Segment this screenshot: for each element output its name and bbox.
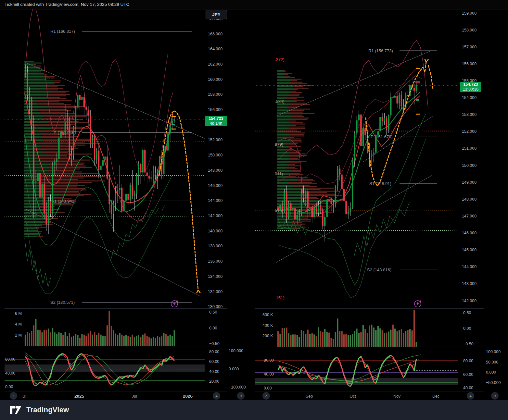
spark-icon[interactable] bbox=[171, 300, 178, 307]
svg-text:Nov: Nov bbox=[393, 394, 401, 399]
range-b-button-right[interactable]: B bbox=[491, 392, 499, 400]
watermark: Tickmill created with TradingView.com, N… bbox=[0, 0, 508, 9]
svg-text:156.000: 156.000 bbox=[208, 107, 222, 112]
projection-arrow bbox=[159, 111, 200, 293]
volume-pane: 6 M4 M2 M0.500.00−0.50 bbox=[15, 310, 220, 346]
last-price-badge-right: 154.723 13:30:36 bbox=[460, 82, 481, 92]
svg-text:149.000: 149.000 bbox=[462, 180, 476, 185]
svg-text:138.000: 138.000 bbox=[208, 244, 222, 248]
range-a-button-right[interactable]: A bbox=[467, 392, 474, 400]
svg-text:164.000: 164.000 bbox=[208, 47, 222, 51]
time-axis[interactable]: SepOctNovDec bbox=[306, 394, 439, 399]
svg-text:S2 (130.571): S2 (130.571) bbox=[50, 300, 75, 305]
time-axis[interactable]: ul2025Jul2026 bbox=[22, 394, 193, 399]
svg-text:144.000: 144.000 bbox=[462, 265, 476, 269]
bar-countdown: 13:30:36 bbox=[460, 87, 481, 92]
svg-text:R1 (156.773): R1 (156.773) bbox=[368, 48, 393, 53]
svg-text:2026: 2026 bbox=[183, 394, 193, 399]
svg-text:.151): .151) bbox=[275, 295, 285, 300]
svg-text:158.000: 158.000 bbox=[208, 92, 222, 97]
svg-text:S2 (143.816): S2 (143.816) bbox=[367, 267, 391, 272]
svg-text:600 K: 600 K bbox=[262, 313, 273, 317]
price-pane-left-weekly[interactable]: R1 (166.317)P (152.946)S1 (143.942)S2 (1… bbox=[5, 6, 246, 399]
svg-text:145.000: 145.000 bbox=[462, 248, 476, 252]
indicator-mark bbox=[416, 99, 419, 101]
svg-text:879): 879) bbox=[275, 142, 283, 147]
last-price-value: 154.723 bbox=[205, 116, 227, 121]
svg-text:40.00: 40.00 bbox=[463, 386, 473, 390]
footer: TradingView bbox=[0, 400, 508, 420]
svg-text:0.50: 0.50 bbox=[209, 310, 217, 315]
svg-text:Oct: Oct bbox=[349, 394, 356, 399]
indicator-mark bbox=[416, 114, 420, 115]
svg-text:166.000: 166.000 bbox=[208, 32, 222, 36]
svg-text:132.000: 132.000 bbox=[208, 290, 222, 294]
svg-text:140.000: 140.000 bbox=[208, 229, 222, 233]
svg-text:130.000: 130.000 bbox=[208, 304, 222, 309]
svg-text:0.50: 0.50 bbox=[463, 311, 471, 315]
indicator-mark bbox=[415, 81, 420, 83]
svg-text:150.000: 150.000 bbox=[208, 153, 222, 157]
svg-text:40.00: 40.00 bbox=[5, 371, 15, 376]
svg-text:−0.50: −0.50 bbox=[209, 341, 220, 346]
indicator-mark bbox=[171, 129, 176, 130]
svg-text:ul: ul bbox=[22, 394, 26, 399]
svg-text:150.000: 150.000 bbox=[462, 163, 476, 168]
symbol-tab-jpy[interactable]: JPY bbox=[206, 10, 227, 19]
oscillator-pane: 80.0040.000.0080.0060.0040.00100.00050.0… bbox=[255, 350, 501, 390]
svg-text:80.00: 80.00 bbox=[463, 359, 473, 363]
tradingview-logo bbox=[9, 404, 22, 416]
svg-text:S1 (148.91): S1 (148.91) bbox=[369, 181, 391, 186]
range-b-button-left[interactable]: B bbox=[237, 392, 245, 400]
svg-text:147.000: 147.000 bbox=[462, 214, 476, 218]
zoom-button-left[interactable]: Z bbox=[10, 392, 17, 400]
svg-text:142.000: 142.000 bbox=[208, 214, 222, 218]
chart-canvas[interactable]: R1 (166.317)P (152.946)S1 (143.942)S2 (1… bbox=[0, 0, 508, 420]
price-axis[interactable]: 168.000166.000164.000162.000160.000158.0… bbox=[208, 17, 222, 309]
price-pane-right-daily[interactable]: R1 (156.773)P (151.679)S1 (148.91)S2 (14… bbox=[255, 11, 501, 399]
price-axis[interactable]: 159.000158.000157.000156.000155.000154.0… bbox=[462, 11, 476, 303]
svg-text:4 M: 4 M bbox=[15, 322, 22, 327]
svg-text:0.00: 0.00 bbox=[463, 326, 471, 331]
range-a-button-left[interactable]: A bbox=[213, 392, 220, 400]
indicator-mark bbox=[171, 116, 176, 117]
svg-text:151.000: 151.000 bbox=[462, 146, 476, 151]
svg-text:80.00: 80.00 bbox=[264, 358, 274, 363]
projection-arrow bbox=[366, 59, 433, 186]
volume-pane: 600 K400 K200 K0.500.00−0.50 bbox=[262, 310, 474, 347]
svg-text:152.000: 152.000 bbox=[462, 129, 476, 134]
plot-clip: R1 (166.317)P (152.946)S1 (143.942)S2 (1… bbox=[5, 6, 205, 305]
svg-text:134.000: 134.000 bbox=[208, 274, 222, 279]
svg-text:.272): .272) bbox=[275, 57, 285, 62]
svg-text:153.000: 153.000 bbox=[462, 112, 476, 117]
svg-text:146.000: 146.000 bbox=[208, 183, 222, 188]
svg-text:011): 011) bbox=[275, 171, 283, 176]
svg-text:2 M: 2 M bbox=[15, 333, 22, 338]
svg-text:146.000: 146.000 bbox=[462, 231, 476, 235]
last-price-value: 154.723 bbox=[460, 82, 481, 87]
svg-text:−0.50: −0.50 bbox=[463, 342, 474, 346]
svg-text:−50.000: −50.000 bbox=[486, 380, 501, 385]
svg-text:60.00: 60.00 bbox=[463, 372, 473, 377]
indicator-mark bbox=[416, 68, 420, 69]
zoom-button-right[interactable]: Z bbox=[262, 392, 270, 400]
bar-countdown: 4d 14h bbox=[205, 121, 227, 126]
svg-text:143.000: 143.000 bbox=[462, 281, 476, 286]
svg-text:162.000: 162.000 bbox=[208, 62, 222, 67]
spark-icon[interactable] bbox=[414, 300, 421, 307]
svg-text:400 K: 400 K bbox=[262, 323, 273, 328]
brand-wordmark: TradingView bbox=[26, 406, 69, 414]
svg-text:0.000: 0.000 bbox=[229, 367, 239, 371]
svg-text:50.000: 50.000 bbox=[486, 360, 498, 364]
svg-text:142.000: 142.000 bbox=[462, 299, 476, 303]
svg-text:515): 515) bbox=[275, 208, 283, 213]
svg-text:157.000: 157.000 bbox=[462, 45, 476, 49]
svg-text:0.000: 0.000 bbox=[486, 370, 496, 375]
svg-text:144.000: 144.000 bbox=[208, 198, 222, 203]
svg-text:136.000: 136.000 bbox=[208, 259, 222, 264]
watermark-text: Tickmill created with TradingView.com, N… bbox=[5, 2, 129, 7]
svg-text:Sep: Sep bbox=[306, 394, 313, 399]
svg-text:20.00: 20.00 bbox=[209, 379, 219, 384]
svg-text:.584): .584) bbox=[275, 99, 285, 104]
last-price-badge-left: 154.723 4d 14h bbox=[205, 116, 227, 126]
